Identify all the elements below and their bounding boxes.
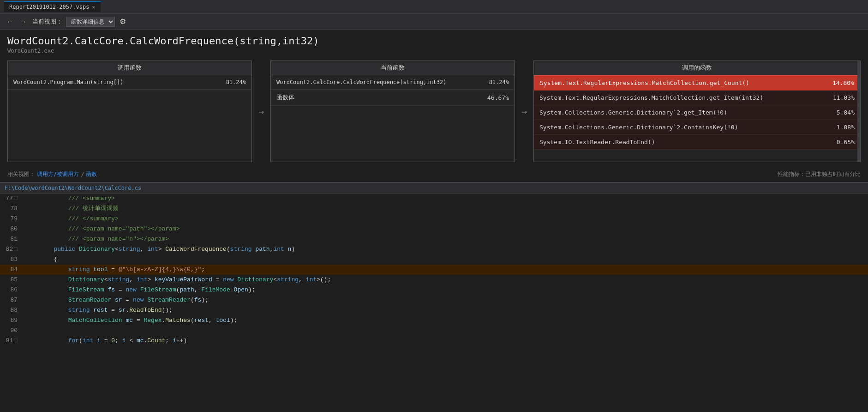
table-row: 90	[0, 326, 868, 336]
current-fn-name-1: 函数体	[276, 93, 294, 102]
tab-label: Report20191012-2057.vsps	[9, 4, 89, 10]
line-number: 85	[0, 275, 23, 285]
list-item[interactable]: System.Collections.Generic.Dictionary`2.…	[534, 120, 860, 135]
list-item[interactable]: System.Text.RegularExpressions.MatchColl…	[534, 75, 860, 91]
line-number: 81	[0, 234, 23, 244]
line-number: 78	[0, 204, 23, 214]
table-row: 83 {	[0, 254, 868, 265]
scrollbar[interactable]	[857, 61, 860, 162]
callees-header: 调用的函数	[534, 61, 860, 75]
toolbar: ← → 当前视图： 函数详细信息 ⚙	[0, 14, 868, 30]
code-content	[23, 326, 868, 336]
callers-column: 调用函数 WordCount2.Program.Main(string[]) 8…	[7, 61, 252, 162]
code-content: /// <param name="n"></param>	[23, 234, 868, 244]
title-bar: Report20191012-2057.vsps ✕	[0, 0, 868, 14]
line-number: 82□	[0, 244, 23, 254]
current-fn-percent-1: 46.67%	[487, 94, 509, 101]
code-content: string rest = sr.ReadToEnd();	[23, 305, 868, 315]
callers-content: WordCount2.Program.Main(string[]) 81.24%	[8, 75, 251, 90]
list-item[interactable]: 函数体 46.67%	[271, 90, 515, 106]
main-content: 调用函数 WordCount2.Program.Main(string[]) 8…	[0, 56, 868, 167]
settings-icon[interactable]: ⚙	[119, 16, 127, 27]
table-row: 79 /// </summary>	[0, 214, 868, 224]
code-editor: 77□ /// <summary>78 /// 统计单词词频79 /// </s…	[0, 194, 868, 346]
callee-fn-name-3: System.Collections.Generic.Dictionary`2.…	[539, 124, 738, 131]
table-row: 87 StreamReader sr = new StreamReader(fs…	[0, 295, 868, 305]
line-number: 77□	[0, 194, 23, 204]
list-item[interactable]: WordCount2.CalcCore.CalcWordFrequence(st…	[271, 75, 515, 90]
callee-fn-percent-2: 5.84%	[837, 109, 855, 116]
list-item[interactable]: WordCount2.Program.Main(string[]) 81.24%	[8, 75, 251, 90]
page-header: WordCount2.CalcCore.CalcWordFrequence(st…	[0, 30, 868, 56]
line-number: 86	[0, 285, 23, 295]
forward-button[interactable]: →	[18, 17, 29, 26]
table-row: 82□ public Dictionary<string, int> CalcW…	[0, 244, 868, 254]
callee-fn-percent-3: 1.08%	[837, 124, 855, 131]
page-title: WordCount2.CalcCore.CalcWordFrequence(st…	[7, 35, 861, 47]
code-content: StreamReader sr = new StreamReader(fs);	[23, 295, 868, 305]
code-content: {	[23, 254, 868, 265]
related-separator: /	[81, 171, 84, 178]
code-content: /// 统计单词词频	[23, 204, 868, 214]
table-row: 89 MatchCollection mc = Regex.Matches(re…	[0, 315, 868, 326]
view-label: 当前视图：	[32, 18, 62, 26]
code-content: /// <summary>	[23, 194, 868, 204]
callee-fn-name-4: System.IO.TextReader.ReadToEnd()	[539, 139, 655, 145]
table-row: 88 string rest = sr.ReadToEnd();	[0, 305, 868, 315]
table-row: 84 string tool = @"\b[a-zA-Z]{4,}\w{0,}"…	[0, 265, 868, 275]
back-button[interactable]: ←	[5, 17, 15, 26]
line-number: 79	[0, 214, 23, 224]
callee-fn-name-1: System.Text.RegularExpressions.MatchColl…	[539, 94, 763, 101]
line-number: 90	[0, 326, 23, 336]
code-content: public Dictionary<string, int> CalcWordF…	[23, 244, 868, 254]
code-content: FileStream fs = new FileStream(path, Fil…	[23, 285, 868, 295]
caller-fn-percent: 81.24%	[226, 79, 246, 85]
line-number: 89	[0, 315, 23, 326]
code-content: for(int i = 0; i < mc.Count; i++)	[23, 336, 868, 346]
line-number: 84	[0, 265, 23, 275]
table-row: 80 /// <param name="path"></param>	[0, 224, 868, 234]
list-item[interactable]: System.IO.TextReader.ReadToEnd() 0.65%	[534, 135, 860, 150]
page-subtitle: WordCount2.exe	[7, 48, 861, 54]
file-path: F:\Code\wordCount2\WordCount2\CalcCore.c…	[5, 185, 141, 191]
related-views-bar: 相关视图： 调用方/被调用方 / 函数 性能指标：已用非独占时间百分比	[0, 167, 868, 182]
code-content: MatchCollection mc = Regex.Matches(rest,…	[23, 315, 868, 326]
callees-content: System.Text.RegularExpressions.MatchColl…	[534, 75, 860, 150]
code-content: string tool = @"\b[a-zA-Z]{4,}\w{0,}";	[23, 265, 868, 275]
current-content: WordCount2.CalcCore.CalcWordFrequence(st…	[271, 75, 515, 106]
table-row: 85 Dictionary<string, int> keyValuePairW…	[0, 275, 868, 285]
line-number: 91□	[0, 336, 23, 346]
related-label: 相关视图：	[7, 170, 35, 178]
callee-fn-percent-0: 14.80%	[832, 79, 854, 86]
perf-indicator: 性能指标：已用非独占时间百分比	[778, 170, 861, 178]
line-number: 88	[0, 305, 23, 315]
file-path-bar: F:\Code\wordCount2\WordCount2\CalcCore.c…	[0, 182, 868, 194]
tab-report[interactable]: Report20191012-2057.vsps ✕	[4, 1, 101, 12]
line-number: 87	[0, 295, 23, 305]
callee-fn-percent-4: 0.65%	[837, 139, 855, 145]
tab-close-icon[interactable]: ✕	[92, 4, 95, 10]
current-fn-name-0: WordCount2.CalcCore.CalcWordFrequence(st…	[276, 79, 446, 85]
related-link-callers[interactable]: 调用方/被调用方	[37, 170, 79, 178]
caller-fn-name: WordCount2.Program.Main(string[])	[13, 79, 123, 85]
callee-fn-name-2: System.Collections.Generic.Dictionary`2.…	[539, 109, 727, 116]
current-column: 当前函数 WordCount2.CalcCore.CalcWordFrequen…	[270, 61, 515, 162]
callee-fn-name-0: System.Text.RegularExpressions.MatchColl…	[540, 79, 749, 86]
arrow-callers-to-current: →	[252, 61, 270, 162]
related-link-functions[interactable]: 函数	[86, 170, 97, 178]
table-row: 91□ for(int i = 0; i < mc.Count; i++)	[0, 336, 868, 346]
current-header: 当前函数	[271, 61, 515, 75]
list-item[interactable]: System.Collections.Generic.Dictionary`2.…	[534, 105, 860, 120]
view-dropdown[interactable]: 函数详细信息	[66, 17, 115, 27]
table-row: 77□ /// <summary>	[0, 194, 868, 204]
callees-column: 调用的函数 System.Text.RegularExpressions.Mat…	[533, 61, 861, 162]
function-view: 调用函数 WordCount2.Program.Main(string[]) 8…	[7, 61, 861, 162]
code-content: Dictionary<string, int> keyValuePairWord…	[23, 275, 868, 285]
list-item[interactable]: System.Text.RegularExpressions.MatchColl…	[534, 91, 860, 105]
current-fn-percent-0: 81.24%	[489, 79, 509, 85]
code-content: /// </summary>	[23, 214, 868, 224]
callee-fn-percent-1: 11.03%	[833, 94, 855, 101]
arrow-current-to-callees: →	[515, 61, 533, 162]
table-row: 78 /// 统计单词词频	[0, 204, 868, 214]
line-number: 83	[0, 254, 23, 265]
